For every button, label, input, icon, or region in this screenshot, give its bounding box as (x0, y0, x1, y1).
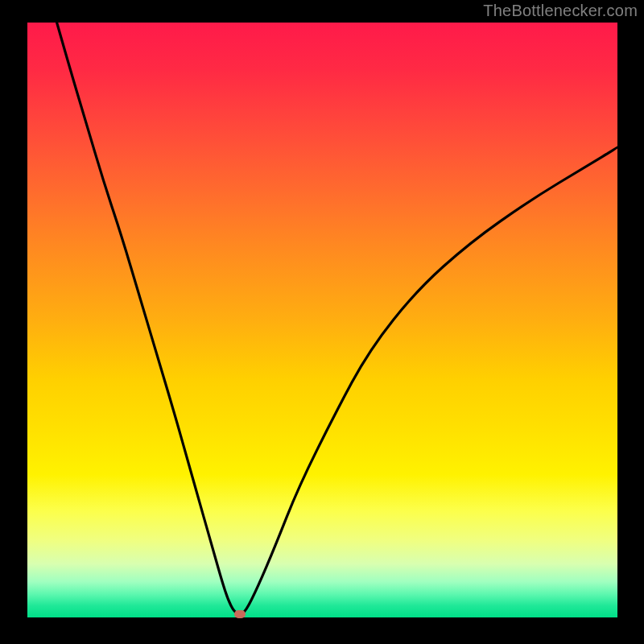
optimal-point-marker (234, 610, 246, 618)
curve-path (57, 23, 617, 613)
watermark-text: TheBottlenecker.com (483, 2, 638, 20)
plot-area (27, 23, 617, 617)
chart-stage: TheBottlenecker.com (0, 0, 644, 644)
bottleneck-curve (27, 23, 617, 617)
